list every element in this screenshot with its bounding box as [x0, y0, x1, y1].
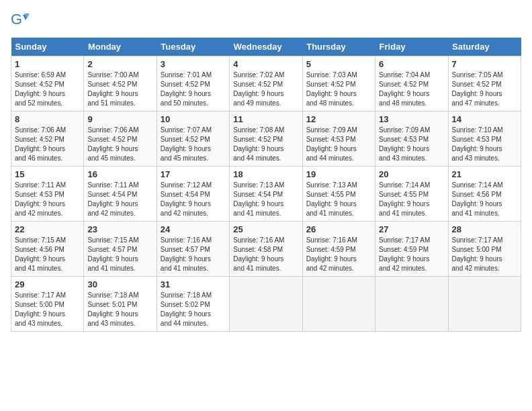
day-cell: 21 Sunrise: 7:14 AM Sunset: 4:56 PM Dayl…	[448, 167, 521, 222]
day-number: 29	[15, 279, 80, 289]
day-cell: 7 Sunrise: 7:05 AM Sunset: 4:52 PM Dayli…	[448, 56, 521, 111]
day-number: 13	[379, 114, 444, 124]
day-info: Sunrise: 7:01 AM Sunset: 4:52 PM Dayligh…	[161, 71, 226, 108]
day-info: Sunrise: 7:11 AM Sunset: 4:53 PM Dayligh…	[15, 181, 80, 218]
day-number: 20	[379, 169, 444, 179]
week-row-2: 8 Sunrise: 7:06 AM Sunset: 4:52 PM Dayli…	[11, 111, 521, 167]
day-number: 4	[233, 59, 298, 69]
col-header-sunday: Sunday	[11, 38, 84, 56]
day-info: Sunrise: 7:17 AM Sunset: 5:00 PM Dayligh…	[452, 236, 517, 273]
day-cell: 11 Sunrise: 7:08 AM Sunset: 4:52 PM Dayl…	[230, 111, 302, 167]
day-cell: 18 Sunrise: 7:13 AM Sunset: 4:54 PM Dayl…	[230, 167, 302, 222]
day-number: 8	[15, 114, 80, 124]
day-cell: 28 Sunrise: 7:17 AM Sunset: 5:00 PM Dayl…	[448, 222, 521, 277]
day-info: Sunrise: 7:04 AM Sunset: 4:52 PM Dayligh…	[379, 71, 444, 108]
day-info: Sunrise: 7:09 AM Sunset: 4:53 PM Dayligh…	[379, 126, 444, 163]
day-cell	[230, 277, 302, 332]
day-number: 18	[233, 169, 298, 179]
day-cell: 20 Sunrise: 7:14 AM Sunset: 4:55 PM Dayl…	[375, 167, 448, 222]
day-info: Sunrise: 6:59 AM Sunset: 4:52 PM Dayligh…	[15, 71, 80, 108]
day-cell: 29 Sunrise: 7:17 AM Sunset: 5:00 PM Dayl…	[11, 277, 84, 332]
col-header-thursday: Thursday	[302, 38, 375, 56]
day-cell	[375, 277, 448, 332]
week-row-5: 29 Sunrise: 7:17 AM Sunset: 5:00 PM Dayl…	[11, 277, 521, 332]
day-number: 30	[87, 279, 152, 289]
col-header-monday: Monday	[84, 38, 157, 56]
day-info: Sunrise: 7:02 AM Sunset: 4:52 PM Dayligh…	[233, 71, 298, 108]
day-cell: 1 Sunrise: 6:59 AM Sunset: 4:52 PM Dayli…	[11, 56, 84, 111]
day-number: 24	[161, 224, 226, 234]
day-cell: 6 Sunrise: 7:04 AM Sunset: 4:52 PM Dayli…	[375, 56, 448, 111]
day-info: Sunrise: 7:17 AM Sunset: 4:59 PM Dayligh…	[379, 236, 444, 273]
day-cell: 14 Sunrise: 7:10 AM Sunset: 4:53 PM Dayl…	[448, 111, 521, 167]
day-cell: 19 Sunrise: 7:13 AM Sunset: 4:55 PM Dayl…	[302, 167, 375, 222]
day-info: Sunrise: 7:14 AM Sunset: 4:56 PM Dayligh…	[452, 181, 517, 218]
day-cell: 10 Sunrise: 7:07 AM Sunset: 4:52 PM Dayl…	[157, 111, 229, 167]
logo: G	[11, 11, 32, 30]
day-cell: 9 Sunrise: 7:06 AM Sunset: 4:52 PM Dayli…	[84, 111, 157, 167]
day-info: Sunrise: 7:06 AM Sunset: 4:52 PM Dayligh…	[87, 126, 152, 163]
day-cell	[448, 277, 521, 332]
day-cell: 3 Sunrise: 7:01 AM Sunset: 4:52 PM Dayli…	[157, 56, 229, 111]
day-info: Sunrise: 7:09 AM Sunset: 4:53 PM Dayligh…	[306, 126, 371, 163]
day-number: 14	[452, 114, 517, 124]
day-info: Sunrise: 7:03 AM Sunset: 4:52 PM Dayligh…	[306, 71, 371, 108]
week-row-3: 15 Sunrise: 7:11 AM Sunset: 4:53 PM Dayl…	[11, 167, 521, 222]
day-cell: 16 Sunrise: 7:11 AM Sunset: 4:54 PM Dayl…	[84, 167, 157, 222]
day-info: Sunrise: 7:11 AM Sunset: 4:54 PM Dayligh…	[87, 181, 152, 218]
day-number: 1	[15, 59, 80, 69]
day-number: 21	[452, 169, 517, 179]
day-info: Sunrise: 7:00 AM Sunset: 4:52 PM Dayligh…	[87, 71, 152, 108]
day-cell: 17 Sunrise: 7:12 AM Sunset: 4:54 PM Dayl…	[157, 167, 229, 222]
day-number: 12	[306, 114, 371, 124]
day-cell	[302, 277, 375, 332]
day-number: 7	[452, 59, 517, 69]
day-info: Sunrise: 7:07 AM Sunset: 4:52 PM Dayligh…	[161, 126, 226, 163]
day-number: 31	[161, 279, 226, 289]
day-number: 22	[15, 224, 80, 234]
logo-icon: G	[11, 11, 30, 30]
day-cell: 22 Sunrise: 7:15 AM Sunset: 4:56 PM Dayl…	[11, 222, 84, 277]
day-number: 19	[306, 169, 371, 179]
day-info: Sunrise: 7:13 AM Sunset: 4:54 PM Dayligh…	[233, 181, 298, 218]
svg-text:G: G	[11, 11, 22, 28]
day-number: 10	[161, 114, 226, 124]
day-number: 2	[87, 59, 152, 69]
day-number: 5	[306, 59, 371, 69]
day-number: 27	[379, 224, 444, 234]
day-cell: 24 Sunrise: 7:16 AM Sunset: 4:57 PM Dayl…	[157, 222, 229, 277]
header: G	[11, 11, 521, 30]
day-number: 16	[87, 169, 152, 179]
day-info: Sunrise: 7:18 AM Sunset: 5:01 PM Dayligh…	[87, 291, 152, 328]
col-header-friday: Friday	[375, 38, 448, 56]
day-number: 26	[306, 224, 371, 234]
col-header-saturday: Saturday	[448, 38, 521, 56]
day-cell: 25 Sunrise: 7:16 AM Sunset: 4:58 PM Dayl…	[230, 222, 302, 277]
day-cell: 15 Sunrise: 7:11 AM Sunset: 4:53 PM Dayl…	[11, 167, 84, 222]
day-number: 11	[233, 114, 298, 124]
day-info: Sunrise: 7:16 AM Sunset: 4:58 PM Dayligh…	[233, 236, 298, 273]
day-number: 3	[161, 59, 226, 69]
col-header-wednesday: Wednesday	[230, 38, 302, 56]
day-number: 28	[452, 224, 517, 234]
day-cell: 2 Sunrise: 7:00 AM Sunset: 4:52 PM Dayli…	[84, 56, 157, 111]
day-number: 23	[87, 224, 152, 234]
day-cell: 26 Sunrise: 7:16 AM Sunset: 4:59 PM Dayl…	[302, 222, 375, 277]
day-cell: 4 Sunrise: 7:02 AM Sunset: 4:52 PM Dayli…	[230, 56, 302, 111]
day-info: Sunrise: 7:17 AM Sunset: 5:00 PM Dayligh…	[15, 291, 80, 328]
col-header-tuesday: Tuesday	[157, 38, 229, 56]
day-cell: 23 Sunrise: 7:15 AM Sunset: 4:57 PM Dayl…	[84, 222, 157, 277]
day-cell: 8 Sunrise: 7:06 AM Sunset: 4:52 PM Dayli…	[11, 111, 84, 167]
day-cell: 31 Sunrise: 7:18 AM Sunset: 5:02 PM Dayl…	[157, 277, 229, 332]
day-number: 6	[379, 59, 444, 69]
day-info: Sunrise: 7:13 AM Sunset: 4:55 PM Dayligh…	[306, 181, 371, 218]
calendar-table: SundayMondayTuesdayWednesdayThursdayFrid…	[11, 38, 521, 332]
week-row-4: 22 Sunrise: 7:15 AM Sunset: 4:56 PM Dayl…	[11, 222, 521, 277]
day-number: 15	[15, 169, 80, 179]
day-cell: 27 Sunrise: 7:17 AM Sunset: 4:59 PM Dayl…	[375, 222, 448, 277]
day-info: Sunrise: 7:08 AM Sunset: 4:52 PM Dayligh…	[233, 126, 298, 163]
day-info: Sunrise: 7:06 AM Sunset: 4:52 PM Dayligh…	[15, 126, 80, 163]
day-info: Sunrise: 7:16 AM Sunset: 4:57 PM Dayligh…	[161, 236, 226, 273]
day-info: Sunrise: 7:10 AM Sunset: 4:53 PM Dayligh…	[452, 126, 517, 163]
week-row-1: 1 Sunrise: 6:59 AM Sunset: 4:52 PM Dayli…	[11, 56, 521, 111]
